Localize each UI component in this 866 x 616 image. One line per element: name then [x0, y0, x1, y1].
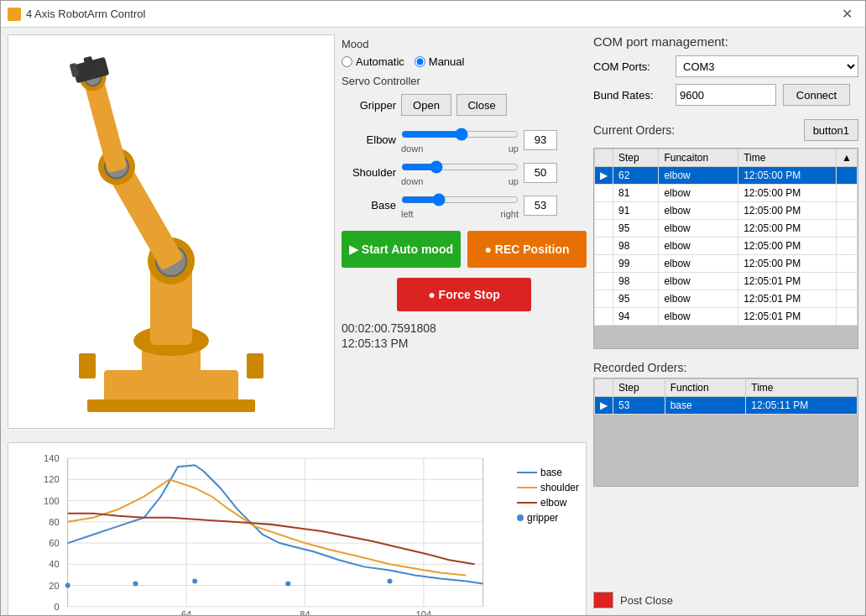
com-title: COM port management:	[593, 34, 858, 49]
mood-manual-label[interactable]: Manual	[415, 55, 465, 68]
table-row[interactable]: 98 elbow 12:05:01 PM	[595, 273, 858, 290]
table-row[interactable]: 98 elbow 12:05:00 PM	[595, 238, 858, 255]
table-row[interactable]: 95 elbow 12:05:00 PM	[595, 220, 858, 238]
servo-controller-label: Servo Controller	[342, 75, 587, 87]
svg-rect-17	[79, 353, 96, 378]
force-stop-button[interactable]: ● Force Stop	[397, 278, 531, 311]
svg-text:80: 80	[49, 517, 59, 527]
table-row[interactable]: 99 elbow 12:05:00 PM	[595, 255, 858, 273]
legend-shoulder-label: shoulder	[540, 482, 579, 493]
table-row[interactable]: ▶ 53 base 12:05:11 PM	[595, 397, 858, 415]
left-panel: Mood Automatic Manual Servo Controller	[8, 34, 587, 608]
row-indicator	[595, 202, 613, 220]
svg-text:100: 100	[44, 496, 60, 506]
current-orders-table-container[interactable]: Step Funcaiton Time ▲ ▶ 62 elbow 12:05:0…	[593, 148, 858, 349]
title-bar: 4 Axis RobotArm Control ✕	[1, 1, 865, 28]
svg-text:20: 20	[49, 581, 59, 591]
legend-gripper-dot	[517, 514, 524, 521]
row-function: elbow	[659, 202, 738, 220]
connect-button[interactable]: Connect	[783, 84, 850, 106]
legend-shoulder-color	[517, 487, 537, 488]
base-max-label: right	[501, 209, 519, 219]
gripper-close-button[interactable]: Close	[456, 94, 507, 116]
row-function: elbow	[659, 167, 738, 185]
base-slider[interactable]	[401, 191, 519, 208]
baud-rates-label: Bund Rates:	[593, 89, 669, 102]
base-slider-container: left right	[401, 191, 519, 219]
mood-label: Mood	[342, 38, 587, 50]
row-scroll	[837, 255, 858, 273]
legend-elbow: elbow	[517, 497, 579, 509]
row-indicator	[595, 238, 613, 255]
row-time: 12:05:00 PM	[738, 185, 837, 202]
current-orders-title: Current Orders:	[593, 123, 675, 137]
rec-position-button[interactable]: ● REC Position	[467, 231, 587, 268]
row-time: 12:05:00 PM	[738, 220, 837, 238]
legend-gripper: gripper	[517, 512, 579, 524]
post-close-indicator	[593, 592, 613, 608]
mood-automatic-label[interactable]: Automatic	[342, 55, 404, 68]
row-time: 12:05:00 PM	[738, 255, 837, 273]
robot-arm-svg	[20, 43, 322, 420]
shoulder-value[interactable]	[524, 163, 557, 183]
gripper-open-button[interactable]: Open	[401, 94, 451, 116]
row-time: 12:05:01 PM	[738, 273, 837, 290]
table-row[interactable]: 95 elbow 12:05:01 PM	[595, 290, 858, 308]
chart-panel: 140 120 100 80 60 40 20 0 64 84 104	[8, 442, 587, 615]
elbow-slider[interactable]	[401, 126, 519, 143]
base-value[interactable]	[524, 196, 557, 216]
controls-panel: Mood Automatic Manual Servo Controller	[342, 34, 587, 437]
recorded-orders-table: Step Function Time ▶ 53 base 12:05:11 PM	[594, 378, 858, 415]
elbow-slider-labels: down up	[401, 144, 519, 154]
row-step: 99	[613, 255, 659, 273]
shoulder-slider[interactable]	[401, 159, 519, 175]
table-row[interactable]: 94 elbow 12:05:01 PM	[595, 308, 858, 326]
row-function: elbow	[659, 308, 738, 326]
mood-section: Automatic Manual	[342, 55, 587, 68]
chart-svg: 140 120 100 80 60 40 20 0 64 84 104	[15, 450, 510, 615]
elbow-value[interactable]: 93	[524, 130, 557, 150]
chart-area: 140 120 100 80 60 40 20 0 64 84 104	[15, 450, 510, 615]
row-scroll	[837, 220, 858, 238]
shoulder-slider-labels: down up	[401, 176, 519, 186]
row-time: 12:05:00 PM	[738, 202, 837, 220]
col-indicator	[595, 149, 613, 167]
svg-point-47	[387, 579, 392, 584]
action-buttons: ▶ Start Auto mood ● REC Position	[342, 231, 587, 268]
elbow-min-label: down	[401, 144, 423, 154]
table-row[interactable]: ▶ 62 elbow 12:05:00 PM	[595, 167, 858, 185]
base-label: Base	[342, 199, 396, 211]
row-function: elbow	[659, 273, 738, 290]
svg-text:0: 0	[54, 602, 59, 612]
timer-section: 00:02:00.7591808 12:05:13 PM	[342, 321, 587, 352]
table-row[interactable]: 91 elbow 12:05:00 PM	[595, 202, 858, 220]
start-auto-button[interactable]: ▶ Start Auto mood	[342, 231, 461, 268]
shoulder-max-label: up	[509, 176, 519, 186]
row-scroll	[837, 202, 858, 220]
legend-gripper-label: gripper	[527, 512, 558, 524]
baud-rates-input[interactable]	[676, 84, 776, 106]
table-row[interactable]: 81 elbow 12:05:00 PM	[595, 185, 858, 202]
gripper-row: Gripper Open Close	[342, 94, 587, 116]
row-step: 98	[613, 273, 659, 290]
row-scroll	[837, 238, 858, 255]
mood-manual-radio[interactable]	[415, 56, 425, 67]
current-orders-table: Step Funcaiton Time ▲ ▶ 62 elbow 12:05:0…	[594, 149, 858, 326]
shoulder-min-label: down	[401, 176, 423, 186]
main-content: Mood Automatic Manual Servo Controller	[1, 28, 865, 615]
row-time: 12:05:01 PM	[738, 290, 837, 308]
row-indicator	[595, 255, 613, 273]
robot-display	[8, 34, 335, 429]
app-icon	[8, 8, 21, 21]
row-time: 12:05:01 PM	[738, 308, 837, 326]
close-button[interactable]: ✕	[835, 3, 858, 26]
rec-col-indicator	[595, 379, 613, 397]
button1[interactable]: button1	[804, 119, 858, 141]
svg-point-45	[192, 579, 197, 584]
com-ports-select[interactable]: COM3	[676, 55, 858, 77]
recorded-orders-table-container[interactable]: Step Function Time ▶ 53 base 12:05:11 PM	[593, 378, 858, 487]
base-slider-labels: left right	[401, 209, 519, 219]
shoulder-label: Shoulder	[342, 166, 396, 179]
mood-automatic-radio[interactable]	[342, 56, 352, 67]
svg-rect-18	[247, 353, 263, 378]
